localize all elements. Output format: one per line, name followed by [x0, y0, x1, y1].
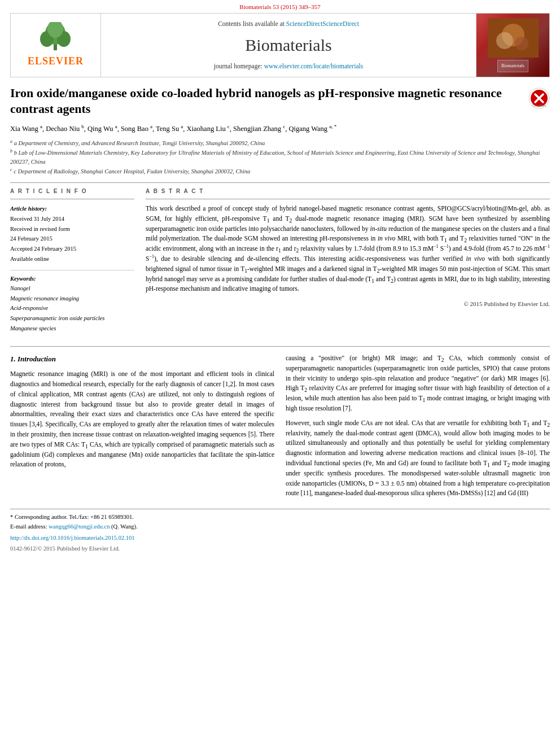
- cover-svg: [488, 18, 539, 58]
- history-label: Article history:: [10, 204, 134, 214]
- svg-text:CrossMark: CrossMark: [532, 104, 546, 107]
- abstract-divider: [146, 199, 550, 199]
- keywords-section: Keywords: Nanogel Magnetic resonance ima…: [10, 275, 134, 334]
- header-box: ELSEVIER Contents lists available at Sci…: [10, 13, 550, 77]
- journal-header-center: Contents lists available at ScienceDirec…: [101, 14, 476, 76]
- crossmark-icon: CrossMark: [528, 88, 550, 109]
- article-info-abstract: A R T I C L E I N F O Article history: R…: [10, 187, 550, 339]
- abstract-col: A B S T R A C T This work described a pr…: [146, 187, 550, 339]
- available-online: Available online: [10, 254, 134, 264]
- received-revised: Received in revised form24 February 2015: [10, 224, 134, 244]
- contents-label: Contents lists available at ScienceDirec…: [218, 19, 359, 28]
- biomaterials-badge: Biomaterials: [497, 60, 528, 72]
- article-title: Iron oxide/manganese oxide co-loaded hyb…: [10, 85, 550, 117]
- svg-point-7: [496, 32, 513, 49]
- article-info-col: A R T I C L E I N F O Article history: R…: [10, 187, 134, 339]
- science-direct-link[interactable]: ScienceDirect: [286, 20, 323, 27]
- affiliations: a a Department of Chemistry, and Advance…: [10, 139, 550, 177]
- email-label: E-mail address:: [10, 523, 47, 530]
- cover-image: Biomaterials: [476, 14, 549, 76]
- footnote-area: * Corresponding author. Tel./fax: +86 21…: [10, 509, 550, 532]
- elsevier-wordmark: ELSEVIER: [28, 54, 84, 68]
- svg-point-8: [515, 37, 528, 50]
- article-info-label: A R T I C L E I N F O: [10, 187, 134, 195]
- received-date: Received 31 July 2014: [10, 214, 134, 224]
- keywords-list: Nanogel Magnetic resonance imaging Acid-…: [10, 283, 134, 334]
- copyright: © 2015 Published by Elsevier Ltd.: [146, 300, 550, 308]
- elsevier-logo: ELSEVIER: [28, 22, 84, 68]
- intro-p2: causing a "positive" (or bright) MR imag…: [286, 353, 550, 414]
- journal-title: Biomaterials: [245, 33, 331, 57]
- introduction-section: 1. Introduction Magnetic resonance imagi…: [10, 353, 550, 503]
- divider-1: [10, 182, 550, 183]
- journal-ref: Biomaterials 53 (2015) 349–357: [239, 3, 320, 10]
- intro-right: causing a "positive" (or bright) MR imag…: [286, 353, 550, 503]
- corresponding-author: * Corresponding author. Tel./fax: +86 21…: [10, 513, 550, 522]
- crossmark-section: CrossMark: [528, 88, 550, 112]
- issn-line: 0142-9612/© 2015 Published by Elsevier L…: [10, 545, 550, 553]
- abstract-label: A B S T R A C T: [146, 187, 550, 195]
- intro-heading: 1. Introduction: [10, 353, 274, 365]
- author-email[interactable]: wangqg66@tongji.edu.cn: [49, 523, 110, 530]
- doi-line[interactable]: http://dx.doi.org/10.1016/j.biomaterials…: [10, 534, 550, 543]
- journal-cover-image: Biomaterials: [476, 14, 549, 76]
- elsevier-tree-icon: [36, 22, 75, 53]
- top-bar: Biomaterials 53 (2015) 349–357: [0, 0, 560, 13]
- article-main: CrossMark Iron oxide/manganese oxide co-…: [10, 77, 550, 504]
- email-suffix: (Q. Wang).: [111, 523, 138, 530]
- homepage-line: journal homepage: www.elsevier.com/locat…: [214, 62, 363, 71]
- elsevier-logo-section: ELSEVIER: [11, 14, 101, 76]
- authors: Xia Wang a, Dechao Niu b, Qing Wu a, Son…: [10, 123, 550, 134]
- article-history: Article history: Received 31 July 2014 R…: [10, 204, 134, 264]
- divider-2: [10, 346, 550, 347]
- intro-p1: Magnetic resonance imaging (MRI) is one …: [10, 369, 274, 470]
- doi-text: http://dx.doi.org/10.1016/j.biomaterials…: [10, 535, 135, 541]
- keywords-label: Keywords:: [10, 275, 134, 283]
- info-divider: [10, 199, 134, 199]
- homepage-url[interactable]: www.elsevier.com/locate/biomaterials: [264, 63, 364, 69]
- keywords-divider: [10, 270, 134, 270]
- abstract-text: This work described a proof of concept s…: [146, 204, 550, 294]
- accepted-date: Accepted 24 February 2015: [10, 244, 134, 254]
- intro-left: 1. Introduction Magnetic resonance imagi…: [10, 353, 274, 503]
- email-line: E-mail address: wangqg66@tongji.edu.cn (…: [10, 522, 550, 532]
- issn-text: 0142-9612/© 2015 Published by Elsevier L…: [10, 545, 120, 552]
- intro-p3: However, such single mode CAs are not id…: [286, 418, 550, 499]
